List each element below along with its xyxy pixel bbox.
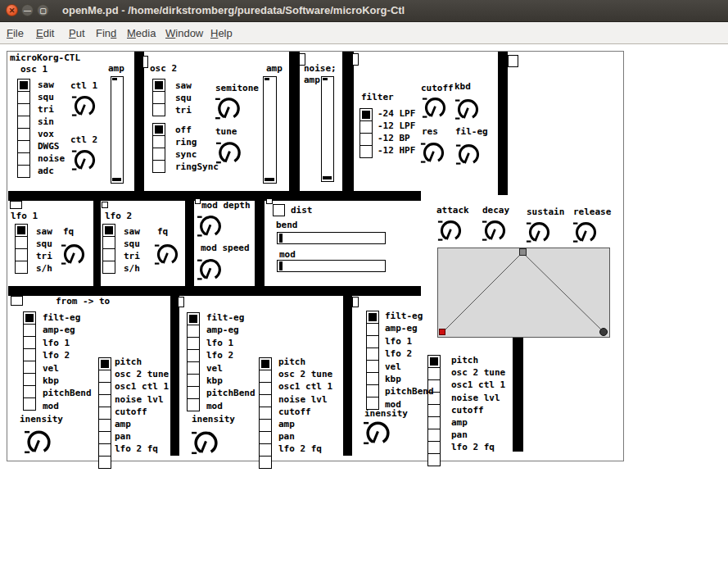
matrix1-from-radio-cell-4[interactable]: [24, 361, 35, 374]
release-knob[interactable]: [572, 220, 599, 247]
osc1-wave-radio-cell-7[interactable]: [18, 166, 29, 177]
osc1-wave-radio-cell-2[interactable]: [18, 104, 29, 116]
osc2-amp-slider[interactable]: [263, 76, 277, 184]
matrix2-to-radio-cell-5[interactable]: [260, 420, 271, 432]
osc1-wave-radio-cell-3[interactable]: [18, 116, 29, 129]
menu-find[interactable]: Find: [96, 27, 116, 39]
lfo2-wave-radio-cell-0[interactable]: [103, 225, 115, 237]
matrix2-from-radio-cell-3[interactable]: [188, 350, 199, 362]
matrix1-from-radio-cell-6[interactable]: [24, 386, 35, 398]
osc1-wave-radio-cell-5[interactable]: [18, 141, 29, 153]
lfo2-wave-radio[interactable]: [102, 224, 115, 274]
matrix3-to-radio-cell-4[interactable]: [428, 405, 440, 417]
window-minimize-button[interactable]: —: [21, 4, 34, 16]
lfo2-wave-radio-cell-2[interactable]: [103, 249, 115, 261]
mod-depth-knob[interactable]: [197, 213, 224, 241]
filter-type-radio-cell-3[interactable]: [360, 146, 372, 157]
osc1-ctl1-knob[interactable]: [71, 93, 98, 120]
matrix2-from-radio[interactable]: [187, 312, 200, 411]
matrix1-from-radio-cell-7[interactable]: [24, 398, 35, 410]
filter-kbd-knob[interactable]: [454, 97, 482, 124]
matrix3-from-radio-cell-2[interactable]: [367, 336, 378, 348]
matrix3-from-radio[interactable]: [366, 311, 379, 410]
matrix3-to-radio-cell-6[interactable]: [428, 429, 440, 442]
lfo1-wave-radio-cell-3[interactable]: [16, 261, 27, 273]
matrix2-to-radio-cell-0[interactable]: [260, 358, 271, 370]
lfo1-wave-radio-cell-2[interactable]: [16, 249, 27, 261]
menu-media[interactable]: Media: [127, 27, 156, 39]
matrix1-to-radio-cell-0[interactable]: [99, 358, 111, 370]
matrix2-from-radio-cell-1[interactable]: [188, 325, 199, 338]
bend-slider[interactable]: [277, 232, 386, 244]
mod-speed-knob[interactable]: [197, 257, 224, 284]
lfo2-wave-radio-cell-3[interactable]: [103, 261, 115, 273]
matrix1-intensity-knob[interactable]: [24, 428, 54, 458]
matrix1-to-radio-cell-1[interactable]: [99, 370, 111, 383]
matrix2-from-radio-cell-4[interactable]: [188, 362, 199, 375]
sustain-knob[interactable]: [526, 220, 553, 247]
window-close-button[interactable]: ✕: [6, 4, 18, 16]
osc1-wave-radio-cell-0[interactable]: [18, 79, 29, 92]
lfo1-wave-radio[interactable]: [15, 224, 28, 274]
osc1-wave-radio-cell-6[interactable]: [18, 153, 29, 166]
osc2-wave-radio-cell-1[interactable]: [153, 92, 165, 104]
matrix2-to-radio-cell-6[interactable]: [260, 432, 271, 444]
osc2-mod-radio-cell-2[interactable]: [153, 148, 165, 161]
matrix2-to-radio-cell-1[interactable]: [260, 370, 271, 383]
osc2-wave-radio-cell-0[interactable]: [153, 79, 165, 92]
matrix1-from-radio-cell-3[interactable]: [24, 349, 35, 361]
attack-knob[interactable]: [437, 218, 464, 245]
matrix2-to-radio-cell-3[interactable]: [260, 395, 271, 407]
matrix3-to-radio[interactable]: [427, 355, 441, 466]
menu-put[interactable]: Put: [69, 27, 85, 39]
matrix2-to-radio-cell-2[interactable]: [260, 383, 271, 395]
matrix1-from-radio-cell-1[interactable]: [24, 325, 35, 337]
filter-type-radio[interactable]: [359, 108, 373, 158]
matrix2-intensity-knob[interactable]: [191, 429, 221, 459]
osc2-wave-radio[interactable]: [152, 79, 165, 116]
matrix3-to-radio-cell-5[interactable]: [428, 417, 440, 429]
matrix2-to-radio-cell-7[interactable]: [260, 444, 271, 457]
matrix1-to-radio-cell-3[interactable]: [99, 395, 111, 407]
matrix2-from-radio-cell-7[interactable]: [188, 399, 199, 411]
matrix1-to-radio-cell-4[interactable]: [99, 407, 111, 420]
matrix2-from-radio-cell-5[interactable]: [188, 375, 199, 387]
matrix1-from-radio-cell-0[interactable]: [24, 312, 35, 325]
menu-edit[interactable]: Edit: [36, 27, 54, 39]
filter-cutoff-knob[interactable]: [422, 95, 449, 122]
matrix2-to-radio[interactable]: [259, 357, 272, 469]
matrix3-from-radio-cell-0[interactable]: [367, 311, 378, 324]
lfo1-wave-radio-cell-0[interactable]: [16, 225, 27, 237]
matrix1-from-radio-cell-2[interactable]: [24, 337, 35, 349]
matrix3-from-radio-cell-4[interactable]: [367, 361, 378, 373]
matrix1-from-radio-cell-5[interactable]: [24, 374, 35, 386]
matrix3-intensity-knob[interactable]: [363, 419, 393, 449]
matrix2-to-radio-cell-8[interactable]: [260, 457, 271, 468]
osc2-tune-knob[interactable]: [215, 139, 244, 168]
osc2-mod-radio-cell-1[interactable]: [153, 136, 165, 148]
osc1-wave-radio-cell-4[interactable]: [18, 129, 29, 141]
matrix3-to-radio-cell-1[interactable]: [428, 368, 440, 380]
filter-type-radio-cell-2[interactable]: [360, 134, 372, 146]
envelope-end-handle[interactable]: [599, 328, 608, 336]
matrix3-from-radio-cell-1[interactable]: [367, 324, 378, 336]
matrix3-to-radio-cell-0[interactable]: [428, 356, 440, 368]
matrix3-to-radio-cell-8[interactable]: [428, 454, 440, 466]
envelope-display[interactable]: [437, 248, 610, 338]
menu-file[interactable]: File: [7, 27, 24, 39]
osc2-mod-radio[interactable]: [152, 123, 165, 173]
matrix3-to-radio-cell-7[interactable]: [428, 442, 440, 454]
matrix2-from-radio-cell-6[interactable]: [188, 387, 199, 399]
mod-wheel-slider[interactable]: [277, 260, 386, 272]
matrix1-to-radio-cell-2[interactable]: [99, 383, 111, 395]
osc2-mod-radio-cell-3[interactable]: [153, 161, 165, 172]
lfo2-wave-radio-cell-1[interactable]: [103, 237, 115, 249]
osc2-mod-radio-cell-0[interactable]: [153, 124, 165, 136]
matrix1-to-radio-cell-5[interactable]: [99, 420, 111, 432]
envelope-start-handle[interactable]: [439, 329, 445, 335]
osc1-wave-radio[interactable]: [17, 79, 30, 178]
osc2-semitone-knob[interactable]: [215, 95, 243, 124]
matrix3-from-radio-cell-6[interactable]: [367, 385, 378, 397]
lfo2-fq-knob[interactable]: [154, 242, 181, 269]
decay-knob[interactable]: [482, 218, 509, 245]
